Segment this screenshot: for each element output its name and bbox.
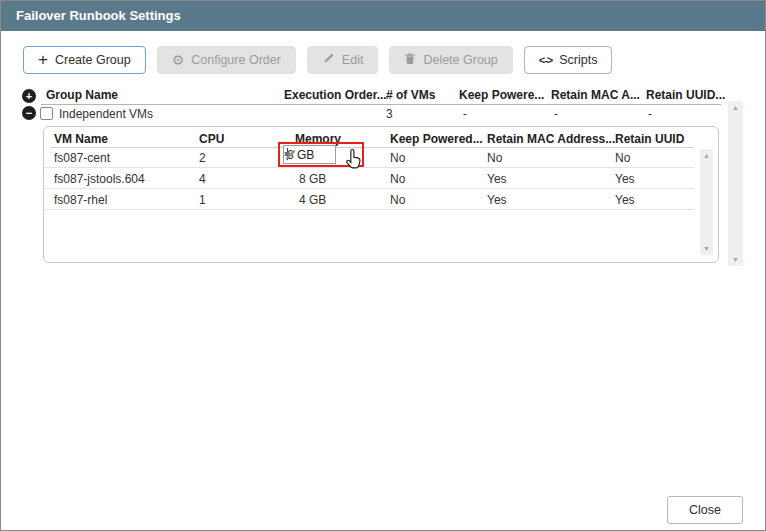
group-keep-powered: - (463, 107, 467, 121)
dialog-title: Failover Runbook Settings (16, 8, 181, 23)
vm-mem: 8 GB (299, 172, 326, 186)
memory-edit-pencil-icon[interactable] (283, 148, 297, 162)
vm-uuid: No (615, 151, 630, 165)
edit-button: Edit (307, 46, 379, 74)
vm-row-fs087-jstools[interactable]: fs087-jstools.604 4 8 GB No Yes Yes (44, 168, 694, 189)
group-checkbox[interactable] (40, 107, 53, 120)
dialog-titlebar: Failover Runbook Settings (1, 1, 765, 31)
vm-uuid: Yes (615, 172, 635, 186)
group-num-vms: 3 (386, 107, 393, 121)
group-row-independent-vms[interactable]: − Independent VMs 3 - - - (1, 105, 765, 124)
vm-table-panel: VM Name CPU Memory Keep Powered... Retai… (43, 126, 719, 263)
scroll-up-icon[interactable]: ▲ (732, 104, 739, 111)
col-num-vms[interactable]: # of VMs (386, 88, 435, 102)
col-vm-retain-uuid[interactable]: Retain UUID (615, 132, 684, 146)
vm-cpu: 2 (199, 151, 206, 165)
vm-table-scrollbar[interactable]: ▲ ▼ (700, 149, 713, 255)
close-button[interactable]: Close (667, 496, 743, 524)
toolbar: + Create Group ⚙ Configure Order Edit De… (23, 46, 612, 74)
configure-order-label: Configure Order (191, 53, 281, 67)
vm-keep: No (390, 151, 405, 165)
memory-edit-highlight: 8 GB (278, 142, 364, 167)
scroll-down-icon[interactable]: ▼ (732, 256, 739, 263)
failover-runbook-dialog: Failover Runbook Settings + Create Group… (0, 0, 766, 531)
create-group-button[interactable]: + Create Group (23, 46, 146, 74)
plus-icon: + (38, 51, 48, 68)
col-vm-name[interactable]: VM Name (54, 132, 108, 146)
delete-group-label: Delete Group (423, 53, 497, 67)
vm-row-fs087-cent[interactable]: fs087-cent 2 No No No 8 GB (44, 147, 694, 168)
col-vm-retain-mac[interactable]: Retain MAC Address... (487, 132, 615, 146)
edit-label: Edit (342, 53, 364, 67)
vm-keep: No (390, 172, 405, 186)
vm-cpu: 1 (199, 193, 206, 207)
col-execution-order[interactable]: Execution Order... (284, 88, 387, 102)
create-group-label: Create Group (55, 53, 131, 67)
vm-mac: Yes (487, 193, 507, 207)
col-retain-uuid[interactable]: Retain UUID... (646, 88, 725, 102)
group-retain-uuid: - (648, 107, 652, 121)
group-retain-mac: - (554, 107, 558, 121)
trash-icon (404, 52, 416, 68)
group-grid-scrollbar[interactable]: ▲ ▼ (728, 101, 743, 266)
vm-mac: No (487, 151, 502, 165)
vm-name: fs087-cent (54, 151, 110, 165)
vm-mac: Yes (487, 172, 507, 186)
vm-mem: 4 GB (299, 193, 326, 207)
col-cpu[interactable]: CPU (199, 132, 224, 146)
gear-icon: ⚙ (172, 53, 185, 67)
delete-group-button: Delete Group (389, 46, 512, 74)
col-vm-keep-powered[interactable]: Keep Powered... (390, 132, 483, 146)
scripts-button[interactable]: <-> Scripts (524, 46, 613, 74)
scroll-up-icon[interactable]: ▲ (703, 152, 710, 159)
vm-cpu: 4 (199, 172, 206, 186)
vm-name: fs087-rhel (54, 193, 107, 207)
configure-order-button: ⚙ Configure Order (157, 46, 296, 74)
col-group-name[interactable]: Group Name (46, 88, 118, 102)
collapse-group-icon[interactable]: − (22, 106, 36, 120)
scroll-down-icon[interactable]: ▼ (703, 245, 710, 252)
vm-row-fs087-rhel[interactable]: fs087-rhel 1 4 GB No Yes Yes (44, 189, 694, 210)
vm-uuid: Yes (615, 193, 635, 207)
col-retain-mac[interactable]: Retain MAC A... (551, 88, 640, 102)
code-icon: <-> (539, 54, 553, 66)
vm-keep: No (390, 193, 405, 207)
scripts-label: Scripts (559, 53, 597, 67)
group-name: Independent VMs (59, 107, 153, 121)
pencil-icon (322, 52, 335, 68)
mouse-hand-cursor (344, 148, 363, 173)
group-grid-header: Group Name Execution Order... # of VMs K… (1, 88, 765, 104)
col-keep-powered[interactable]: Keep Powere... (459, 88, 544, 102)
vm-name: fs087-jstools.604 (54, 172, 145, 186)
